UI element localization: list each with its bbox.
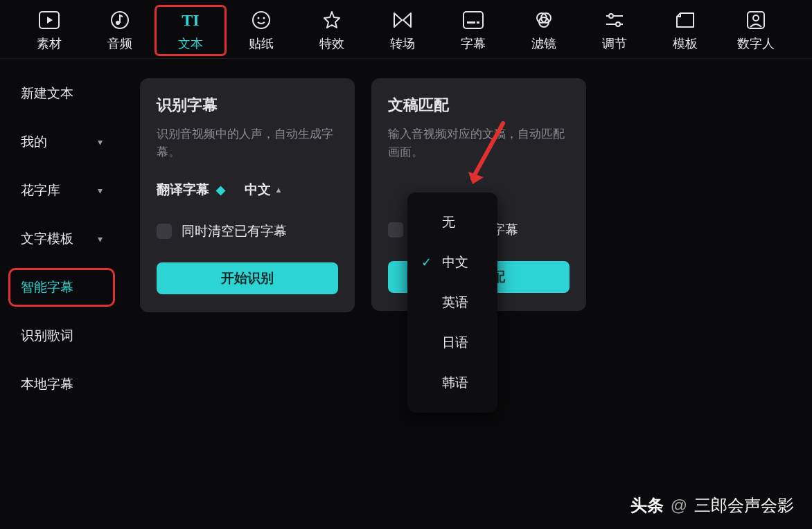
option-label: 韩语 xyxy=(442,374,468,392)
chevron-down-icon: ▾ xyxy=(98,233,103,244)
sidebar: 新建文本 我的 ▾ 花字库 ▾ 文字模板 ▾ 智能字幕 识别歌词 本地字幕 xyxy=(0,59,123,529)
avatar-icon xyxy=(746,9,766,31)
music-icon xyxy=(110,9,130,31)
svg-point-3 xyxy=(253,12,270,28)
at-symbol: @ xyxy=(671,496,687,515)
nav-transition[interactable]: 转场 xyxy=(367,6,438,55)
start-recognize-button[interactable]: 开始识别 xyxy=(157,262,338,294)
card-description: 识别音视频中的人声，自动生成字幕。 xyxy=(157,125,338,164)
card-title: 识别字幕 xyxy=(157,95,338,116)
sidebar-mine[interactable]: 我的 ▾ xyxy=(10,124,114,160)
dropdown-option-japanese[interactable]: 日语 xyxy=(407,323,497,363)
checkbox[interactable] xyxy=(388,222,403,237)
sidebar-item-label: 花字库 xyxy=(21,181,60,199)
checkbox-label: 同时清空已有字幕 xyxy=(182,222,287,240)
nav-label: 素材 xyxy=(37,35,62,52)
nav-filter[interactable]: 滤镜 xyxy=(509,6,579,55)
nav-adjust[interactable]: 调节 xyxy=(579,6,650,55)
nav-subtitle[interactable]: 字幕 xyxy=(438,6,509,55)
nav-sticker[interactable]: 贴纸 xyxy=(226,6,297,55)
language-selected: 中文 xyxy=(245,181,271,199)
sidebar-item-label: 文字模板 xyxy=(21,230,73,248)
watermark-author: 三郎会声会影 xyxy=(694,494,794,517)
chevron-down-icon: ▾ xyxy=(98,136,103,147)
translate-label: 翻译字幕 xyxy=(157,181,209,199)
option-label: 中文 xyxy=(442,253,468,271)
nav-effect[interactable]: 特效 xyxy=(297,6,367,55)
nav-label: 数字人 xyxy=(737,35,775,52)
chevron-up-icon: ▴ xyxy=(276,185,281,195)
option-label: 无 xyxy=(442,213,455,231)
option-label: 英语 xyxy=(442,294,468,312)
sidebar-item-label: 新建文本 xyxy=(21,84,73,102)
sidebar-recognize-lyrics[interactable]: 识别歌词 xyxy=(10,318,114,354)
svg-point-5 xyxy=(263,17,265,19)
filter-icon xyxy=(534,9,554,31)
check-icon: ✓ xyxy=(420,255,432,270)
language-select[interactable]: 中文 ▴ xyxy=(245,181,281,199)
nav-label: 调节 xyxy=(602,35,627,52)
nav-avatar[interactable]: 数字人 xyxy=(721,6,791,55)
main-panel: 识别字幕 识别音视频中的人声，自动生成字幕。 翻译字幕 ◆ 中文 ▴ 同时清空已… xyxy=(123,59,812,529)
template-icon xyxy=(675,9,696,31)
nav-label: 模板 xyxy=(673,35,698,52)
chevron-down-icon: ▾ xyxy=(98,185,103,196)
nav-template[interactable]: 模板 xyxy=(650,6,721,55)
dropdown-option-chinese[interactable]: ✓ 中文 xyxy=(407,242,497,283)
transition-icon xyxy=(392,9,413,31)
nav-label: 贴纸 xyxy=(249,35,274,52)
svg-point-17 xyxy=(753,15,759,21)
dropdown-option-english[interactable]: 英语 xyxy=(407,283,497,323)
play-icon xyxy=(39,9,60,31)
sidebar-local-subtitle[interactable]: 本地字幕 xyxy=(10,366,114,402)
nav-label: 滤镜 xyxy=(531,35,556,52)
recognize-subtitle-card: 识别字幕 识别音视频中的人声，自动生成字幕。 翻译字幕 ◆ 中文 ▴ 同时清空已… xyxy=(140,78,355,312)
subtitle-icon xyxy=(463,9,484,31)
svg-point-15 xyxy=(616,22,620,26)
sidebar-smart-subtitle[interactable]: 智能字幕 xyxy=(10,269,114,305)
svg-rect-8 xyxy=(477,21,479,24)
sidebar-fancy-text[interactable]: 花字库 ▾ xyxy=(10,172,114,208)
nav-text[interactable]: TI 文本 xyxy=(155,6,226,55)
dropdown-option-korean[interactable]: 韩语 xyxy=(407,363,497,403)
nav-label: 字幕 xyxy=(461,35,486,52)
vip-diamond-icon: ◆ xyxy=(216,183,225,197)
checkbox[interactable] xyxy=(157,224,172,239)
card-title: 文稿匹配 xyxy=(388,95,570,116)
nav-label: 文本 xyxy=(178,35,203,52)
card-description: 输入音视频对应的文稿，自动匹配画面。 xyxy=(388,125,570,164)
language-dropdown: 无 ✓ 中文 英语 日语 韩语 xyxy=(407,192,497,413)
sidebar-item-label: 识别歌词 xyxy=(21,327,73,345)
svg-rect-7 xyxy=(467,21,475,24)
sidebar-item-label: 智能字幕 xyxy=(21,278,73,296)
clear-existing-row[interactable]: 同时清空已有字幕 xyxy=(157,222,338,240)
dropdown-option-none[interactable]: 无 xyxy=(407,202,497,242)
svg-point-4 xyxy=(258,17,260,19)
effect-icon xyxy=(322,9,342,31)
text-icon: TI xyxy=(182,9,199,31)
watermark-brand: 头条 xyxy=(630,494,664,517)
nav-label: 音频 xyxy=(107,35,132,52)
option-label: 日语 xyxy=(442,334,468,352)
nav-audio[interactable]: 音频 xyxy=(85,6,155,55)
sidebar-item-label: 我的 xyxy=(21,133,47,151)
nav-label: 转场 xyxy=(390,35,415,52)
sidebar-text-template[interactable]: 文字模板 ▾ xyxy=(10,221,114,257)
top-nav: 素材 音频 TI 文本 贴纸 特效 转场 字幕 xyxy=(0,0,812,59)
translate-row: 翻译字幕 ◆ 中文 ▴ xyxy=(157,181,338,199)
nav-material[interactable]: 素材 xyxy=(14,6,85,55)
nav-label: 特效 xyxy=(319,35,344,52)
svg-rect-6 xyxy=(464,12,483,28)
sticker-icon xyxy=(251,9,271,31)
svg-point-13 xyxy=(609,14,613,18)
sidebar-new-text[interactable]: 新建文本 xyxy=(10,75,114,111)
watermark: 头条 @ 三郎会声会影 xyxy=(630,494,794,517)
sidebar-item-label: 本地字幕 xyxy=(21,375,73,393)
adjust-icon xyxy=(605,9,624,31)
